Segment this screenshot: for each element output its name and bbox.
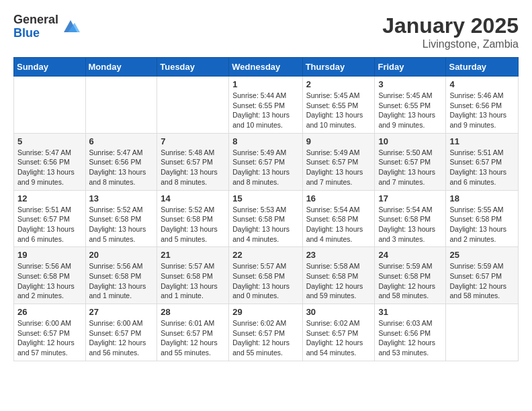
calendar-cell: 14Sunrise: 5:52 AM Sunset: 6:58 PM Dayli… — [157, 190, 229, 247]
day-info: Sunrise: 5:55 AM Sunset: 6:58 PM Dayligh… — [449, 205, 515, 244]
day-info: Sunrise: 5:56 AM Sunset: 6:58 PM Dayligh… — [89, 261, 154, 301]
logo-general-text: General — [13, 13, 58, 27]
calendar-cell: 19Sunrise: 5:56 AM Sunset: 6:58 PM Dayli… — [14, 247, 86, 304]
week-row-4: 19Sunrise: 5:56 AM Sunset: 6:58 PM Dayli… — [14, 247, 519, 304]
day-info: Sunrise: 5:59 AM Sunset: 6:58 PM Dayligh… — [378, 261, 442, 301]
calendar-cell: 29Sunrise: 6:02 AM Sunset: 6:57 PM Dayli… — [229, 304, 302, 361]
day-info: Sunrise: 5:52 AM Sunset: 6:58 PM Dayligh… — [161, 205, 225, 244]
week-row-2: 5Sunrise: 5:47 AM Sunset: 6:56 PM Daylig… — [14, 133, 519, 190]
calendar-cell: 5Sunrise: 5:47 AM Sunset: 6:56 PM Daylig… — [14, 133, 86, 190]
day-header-monday: Monday — [85, 58, 157, 77]
day-number: 13 — [89, 193, 154, 203]
week-row-3: 12Sunrise: 5:51 AM Sunset: 6:57 PM Dayli… — [14, 190, 519, 247]
day-number: 8 — [232, 136, 298, 146]
calendar-cell: 10Sunrise: 5:50 AM Sunset: 6:57 PM Dayli… — [375, 133, 446, 190]
calendar-cell — [446, 304, 519, 361]
day-info: Sunrise: 5:53 AM Sunset: 6:58 PM Dayligh… — [232, 205, 298, 244]
calendar-cell: 24Sunrise: 5:59 AM Sunset: 6:58 PM Dayli… — [375, 247, 446, 304]
day-number: 28 — [161, 307, 225, 317]
day-info: Sunrise: 6:01 AM Sunset: 6:57 PM Dayligh… — [161, 318, 225, 358]
day-info: Sunrise: 5:47 AM Sunset: 6:56 PM Dayligh… — [17, 148, 82, 187]
day-info: Sunrise: 5:48 AM Sunset: 6:57 PM Dayligh… — [161, 148, 225, 187]
logo: General Blue — [13, 13, 80, 40]
calendar-cell: 26Sunrise: 6:00 AM Sunset: 6:57 PM Dayli… — [14, 304, 86, 361]
calendar-cell: 25Sunrise: 5:59 AM Sunset: 6:57 PM Dayli… — [446, 247, 519, 304]
day-number: 10 — [378, 136, 442, 146]
day-number: 5 — [17, 136, 82, 146]
day-header-thursday: Thursday — [302, 58, 375, 77]
calendar-cell: 22Sunrise: 5:57 AM Sunset: 6:58 PM Dayli… — [229, 247, 302, 304]
location-title: Livingstone, Zambia — [382, 38, 519, 50]
calendar-cell: 23Sunrise: 5:58 AM Sunset: 6:58 PM Dayli… — [302, 247, 375, 304]
day-number: 6 — [89, 136, 154, 146]
calendar-cell: 1Sunrise: 5:44 AM Sunset: 6:55 PM Daylig… — [229, 77, 302, 134]
day-info: Sunrise: 5:54 AM Sunset: 6:58 PM Dayligh… — [306, 205, 371, 244]
calendar-cell: 11Sunrise: 5:51 AM Sunset: 6:57 PM Dayli… — [446, 133, 519, 190]
calendar-cell: 28Sunrise: 6:01 AM Sunset: 6:57 PM Dayli… — [157, 304, 229, 361]
day-number: 11 — [449, 136, 515, 146]
day-info: Sunrise: 6:00 AM Sunset: 6:57 PM Dayligh… — [17, 318, 82, 358]
logo-icon — [61, 17, 80, 36]
day-number: 30 — [306, 307, 371, 317]
day-info: Sunrise: 5:58 AM Sunset: 6:58 PM Dayligh… — [306, 261, 371, 301]
day-header-saturday: Saturday — [446, 58, 519, 77]
day-info: Sunrise: 5:45 AM Sunset: 6:55 PM Dayligh… — [306, 91, 371, 130]
calendar-table: SundayMondayTuesdayWednesdayThursdayFrid… — [13, 57, 519, 361]
day-number: 3 — [378, 79, 442, 89]
day-number: 21 — [161, 250, 225, 260]
day-number: 14 — [161, 193, 225, 203]
day-number: 17 — [378, 193, 442, 203]
day-number: 31 — [378, 307, 442, 317]
day-info: Sunrise: 5:49 AM Sunset: 6:57 PM Dayligh… — [232, 148, 298, 187]
calendar-cell: 20Sunrise: 5:56 AM Sunset: 6:58 PM Dayli… — [85, 247, 157, 304]
day-info: Sunrise: 5:54 AM Sunset: 6:58 PM Dayligh… — [378, 205, 442, 244]
calendar-cell: 15Sunrise: 5:53 AM Sunset: 6:58 PM Dayli… — [229, 190, 302, 247]
day-number: 26 — [17, 307, 82, 317]
day-number: 7 — [161, 136, 225, 146]
day-number: 19 — [17, 250, 82, 260]
day-number: 4 — [449, 79, 515, 89]
calendar-cell: 17Sunrise: 5:54 AM Sunset: 6:58 PM Dayli… — [375, 190, 446, 247]
calendar-cell — [157, 77, 229, 134]
day-info: Sunrise: 6:00 AM Sunset: 6:57 PM Dayligh… — [89, 318, 154, 358]
calendar-cell: 3Sunrise: 5:45 AM Sunset: 6:55 PM Daylig… — [375, 77, 446, 134]
day-number: 2 — [306, 79, 371, 89]
day-number: 15 — [232, 193, 298, 203]
calendar-cell: 8Sunrise: 5:49 AM Sunset: 6:57 PM Daylig… — [229, 133, 302, 190]
day-info: Sunrise: 5:51 AM Sunset: 6:57 PM Dayligh… — [449, 148, 515, 187]
calendar-cell: 6Sunrise: 5:47 AM Sunset: 6:56 PM Daylig… — [85, 133, 157, 190]
day-header-wednesday: Wednesday — [229, 58, 302, 77]
page-header: General Blue January 2025 Livingstone, Z… — [13, 13, 519, 50]
calendar-cell: 12Sunrise: 5:51 AM Sunset: 6:57 PM Dayli… — [14, 190, 86, 247]
day-header-sunday: Sunday — [14, 58, 86, 77]
calendar-cell: 13Sunrise: 5:52 AM Sunset: 6:58 PM Dayli… — [85, 190, 157, 247]
calendar-cell — [85, 77, 157, 134]
day-info: Sunrise: 5:46 AM Sunset: 6:56 PM Dayligh… — [449, 91, 515, 130]
calendar-cell: 30Sunrise: 6:02 AM Sunset: 6:57 PM Dayli… — [302, 304, 375, 361]
calendar-cell — [14, 77, 86, 134]
day-number: 9 — [306, 136, 371, 146]
day-info: Sunrise: 5:49 AM Sunset: 6:57 PM Dayligh… — [306, 148, 371, 187]
day-info: Sunrise: 5:50 AM Sunset: 6:57 PM Dayligh… — [378, 148, 442, 187]
title-section: January 2025 Livingstone, Zambia — [382, 13, 519, 50]
day-info: Sunrise: 6:02 AM Sunset: 6:57 PM Dayligh… — [232, 318, 298, 358]
day-number: 23 — [306, 250, 371, 260]
week-row-5: 26Sunrise: 6:00 AM Sunset: 6:57 PM Dayli… — [14, 304, 519, 361]
day-info: Sunrise: 5:56 AM Sunset: 6:58 PM Dayligh… — [17, 261, 82, 301]
calendar-cell: 27Sunrise: 6:00 AM Sunset: 6:57 PM Dayli… — [85, 304, 157, 361]
day-number: 1 — [232, 79, 298, 89]
calendar-cell: 4Sunrise: 5:46 AM Sunset: 6:56 PM Daylig… — [446, 77, 519, 134]
day-info: Sunrise: 5:59 AM Sunset: 6:57 PM Dayligh… — [449, 261, 515, 301]
calendar-cell: 9Sunrise: 5:49 AM Sunset: 6:57 PM Daylig… — [302, 133, 375, 190]
day-number: 27 — [89, 307, 154, 317]
day-info: Sunrise: 6:02 AM Sunset: 6:57 PM Dayligh… — [306, 318, 371, 358]
day-number: 18 — [449, 193, 515, 203]
calendar-cell: 7Sunrise: 5:48 AM Sunset: 6:57 PM Daylig… — [157, 133, 229, 190]
day-info: Sunrise: 5:57 AM Sunset: 6:58 PM Dayligh… — [161, 261, 225, 301]
calendar-header-row: SundayMondayTuesdayWednesdayThursdayFrid… — [14, 58, 519, 77]
calendar-cell: 31Sunrise: 6:03 AM Sunset: 6:56 PM Dayli… — [375, 304, 446, 361]
day-info: Sunrise: 5:57 AM Sunset: 6:58 PM Dayligh… — [232, 261, 298, 301]
day-info: Sunrise: 5:45 AM Sunset: 6:55 PM Dayligh… — [378, 91, 442, 130]
calendar-cell: 18Sunrise: 5:55 AM Sunset: 6:58 PM Dayli… — [446, 190, 519, 247]
calendar-cell: 2Sunrise: 5:45 AM Sunset: 6:55 PM Daylig… — [302, 77, 375, 134]
